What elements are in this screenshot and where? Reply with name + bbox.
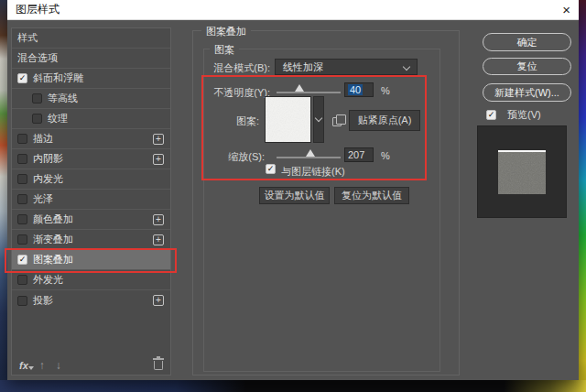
sidebar-item-label: 纹理 [48, 112, 68, 125]
desktop-background-bottom-strip [0, 380, 586, 392]
opacity-slider-thumb[interactable] [295, 84, 304, 92]
add-instance-icon[interactable]: + [153, 154, 164, 165]
checkbox[interactable] [17, 296, 27, 306]
chevron-down-icon [403, 63, 410, 71]
pattern-swatch[interactable] [265, 96, 311, 143]
style-list-sidebar: 样式 混合选项 斜面和浮雕 等高线 纹理 描边 + [11, 27, 171, 376]
scale-value-text: 207 [348, 149, 364, 160]
make-default-button[interactable]: 设置为默认值 [259, 187, 330, 204]
sidebar-item-label: 内发光 [33, 172, 63, 186]
opacity-value-selected-text: 40 [348, 84, 363, 95]
dialog-titlebar: 图层样式 × [7, 0, 579, 20]
new-pattern-icon[interactable] [332, 117, 342, 126]
sidebar-item-label: 投影 [33, 294, 53, 308]
checkbox[interactable] [17, 154, 27, 164]
checkbox[interactable] [17, 194, 27, 204]
pattern-overlay-panel: 图案叠加 图案 混合模式(B): 线性加深 不透明度(Y): 40 % [192, 30, 460, 376]
sidebar-item-stroke[interactable]: 描边 + [12, 129, 170, 149]
checkbox[interactable] [17, 214, 27, 224]
sidebar-item-label: 混合选项 [17, 51, 58, 65]
sidebar-item-bevel-emboss[interactable]: 斜面和浮雕 [12, 69, 170, 89]
move-down-icon[interactable]: ↓ [56, 359, 61, 372]
sidebar-item-gradient-overlay[interactable]: 渐变叠加 + [12, 230, 170, 250]
sidebar-item-texture[interactable]: 纹理 [12, 109, 170, 129]
sidebar-item-contour[interactable]: 等高线 [12, 89, 170, 109]
scale-unit: % [381, 150, 390, 161]
style-preview-area [477, 125, 567, 218]
preview-toggle-row: 预览(V) [486, 108, 541, 122]
checkbox[interactable] [17, 234, 27, 245]
opacity-label: 不透明度(Y): [204, 86, 270, 100]
ok-button[interactable]: 确定 [483, 33, 571, 51]
opacity-value-field[interactable]: 40 [344, 82, 374, 97]
reset-button[interactable]: 复位 [483, 58, 571, 75]
sidebar-item-label: 图案叠加 [33, 253, 73, 267]
sidebar-item-inner-glow[interactable]: 内发光 [12, 169, 170, 190]
preview-checkbox[interactable] [486, 110, 496, 120]
panel-section-title: 图案叠加 [201, 25, 251, 38]
new-style-button[interactable]: 新建样式(W)... [483, 83, 571, 102]
scale-slider[interactable] [277, 157, 341, 158]
reset-default-button[interactable]: 复位为默认值 [334, 187, 409, 204]
add-instance-icon[interactable]: + [153, 234, 164, 245]
scale-label: 缩放(S): [204, 150, 265, 164]
checkbox[interactable] [32, 114, 42, 124]
sidebar-item-drop-shadow[interactable]: 投影 + [12, 290, 170, 310]
desktop-background-right-strip [579, 0, 586, 392]
pattern-label: 图案: [204, 114, 259, 128]
sidebar-footer-bar: fx ↑ ↓ [12, 356, 170, 375]
link-with-layer-checkbox[interactable] [266, 164, 276, 174]
link-with-layer-label: 与图层链接(K) [281, 165, 345, 179]
snap-to-origin-button[interactable]: 贴紧原点(A) [349, 110, 420, 131]
pattern-group: 图案 混合模式(B): 线性加深 不透明度(Y): 40 % 图案: [203, 49, 440, 372]
checkbox[interactable] [17, 275, 27, 285]
close-icon[interactable]: × [562, 3, 570, 16]
delete-effect-icon[interactable] [154, 361, 163, 370]
sidebar-item-label: 渐变叠加 [33, 233, 73, 246]
dialog-title: 图层样式 [16, 2, 60, 17]
sidebar-item-label: 内阴影 [33, 152, 63, 166]
preview-noise-image [498, 150, 546, 194]
sidebar-item-label: 斜面和浮雕 [33, 71, 83, 85]
checkbox[interactable] [32, 93, 42, 103]
sidebar-item-label: 样式 [17, 31, 38, 45]
add-instance-icon[interactable]: + [153, 134, 164, 145]
sidebar-item-label: 光泽 [33, 192, 53, 206]
pattern-noise-image [266, 97, 310, 142]
pattern-picker-dropdown[interactable] [313, 96, 324, 143]
screenshot-stage: 图层样式 × 样式 混合选项 斜面和浮雕 等高线 纹理 [0, 0, 586, 392]
blend-mode-select[interactable]: 线性加深 [275, 59, 418, 75]
fx-menu-button[interactable]: fx [19, 360, 28, 371]
sidebar-item-pattern-overlay[interactable]: 图案叠加 [12, 250, 170, 270]
group-title: 图案 [210, 43, 239, 57]
sidebar-item-label: 描边 [33, 132, 53, 146]
sidebar-item-styles[interactable]: 样式 [12, 28, 170, 49]
blend-mode-value: 线性加深 [283, 60, 323, 74]
scale-value-field[interactable]: 207 [344, 147, 374, 162]
scale-slider-thumb[interactable] [306, 149, 315, 157]
sidebar-item-label: 颜色叠加 [33, 212, 73, 226]
sidebar-item-label: 外发光 [33, 273, 63, 287]
sidebar-item-inner-shadow[interactable]: 内阴影 + [12, 149, 170, 169]
checkbox[interactable] [17, 134, 27, 144]
sidebar-item-label: 等高线 [48, 92, 78, 105]
move-up-icon[interactable]: ↑ [39, 359, 45, 372]
opacity-slider[interactable] [277, 92, 341, 93]
opacity-unit: % [381, 85, 390, 96]
checkbox[interactable] [17, 73, 27, 83]
checkbox[interactable] [17, 255, 27, 265]
preview-label: 预览(V) [507, 108, 541, 122]
sidebar-item-satin[interactable]: 光泽 [12, 190, 170, 210]
sidebar-item-color-overlay[interactable]: 颜色叠加 + [12, 210, 170, 230]
add-instance-icon[interactable]: + [153, 295, 164, 306]
layer-style-dialog: 图层样式 × 样式 混合选项 斜面和浮雕 等高线 纹理 [7, 0, 579, 380]
checkbox[interactable] [17, 174, 27, 184]
sidebar-item-blending-options[interactable]: 混合选项 [12, 49, 170, 69]
blend-mode-label: 混合模式(B): [204, 61, 270, 75]
sidebar-item-outer-glow[interactable]: 外发光 [12, 270, 170, 290]
style-preview-thumbnail [498, 150, 546, 194]
add-instance-icon[interactable]: + [153, 214, 164, 225]
chevron-down-icon [315, 114, 322, 122]
